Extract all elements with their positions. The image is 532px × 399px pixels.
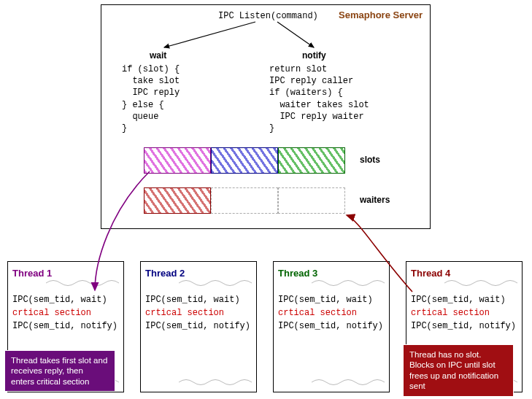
waiter-empty-2 <box>278 187 345 214</box>
thread-2-title: Thread 2 <box>145 268 252 279</box>
thread-3-crit: crtical section <box>278 308 385 318</box>
thread-1-wait: IPC(sem_tid, wait) <box>12 295 119 305</box>
waiters-row <box>144 187 345 214</box>
thread-1-title: Thread 1 <box>12 268 119 279</box>
thread-2-box: Thread 2 IPC(sem_tid, wait) crtical sect… <box>140 261 257 392</box>
thread-1-crit: crtical section <box>12 308 119 318</box>
ipc-listen-label: IPC Listen(command) <box>218 11 318 21</box>
torn-edge-icon <box>179 278 252 288</box>
wait-pseudocode: if (slot) { take slot IPC reply } else {… <box>122 63 180 134</box>
wait-branch-label: wait <box>150 50 166 61</box>
torn-edge-icon <box>312 377 385 387</box>
notify-pseudocode: return slot IPC reply caller if (waiters… <box>269 63 369 134</box>
thread-3-wait: IPC(sem_tid, wait) <box>278 295 385 305</box>
slot-3 <box>278 147 345 174</box>
semaphore-server-box: Semaphore Server IPC Listen(command) wai… <box>101 4 431 229</box>
torn-edge-icon <box>312 278 385 288</box>
waiter-empty-1 <box>211 187 278 214</box>
thread-3-notify: IPC(sem_tid, notify) <box>278 321 385 331</box>
callout-thread1: Thread takes first slot and receives rep… <box>4 350 115 392</box>
thread-4-notify: IPC(sem_tid, notify) <box>411 321 517 331</box>
slots-label: slots <box>360 155 380 165</box>
torn-edge-icon <box>444 278 517 288</box>
thread-3-title: Thread 3 <box>278 268 385 279</box>
thread-4-title: Thread 4 <box>411 268 517 279</box>
notify-branch-label: notify <box>302 50 326 61</box>
server-title: Semaphore Server <box>339 9 423 20</box>
thread-2-wait: IPC(sem_tid, wait) <box>145 295 252 305</box>
waiter-1 <box>144 187 211 214</box>
callout-thread4: Thread has no slot. Blocks on IPC until … <box>403 344 514 397</box>
thread-3-box: Thread 3 IPC(sem_tid, wait) crtical sect… <box>273 261 390 392</box>
thread-1-notify: IPC(sem_tid, notify) <box>12 321 119 331</box>
slots-row <box>144 147 345 174</box>
thread-4-wait: IPC(sem_tid, wait) <box>411 295 517 305</box>
waiters-label: waiters <box>360 195 390 205</box>
thread-4-crit: crtical section <box>411 308 517 318</box>
thread-2-notify: IPC(sem_tid, notify) <box>145 321 252 331</box>
slot-2 <box>211 147 278 174</box>
torn-edge-icon <box>179 377 252 387</box>
thread-2-crit: crtical section <box>145 308 252 318</box>
torn-edge-icon <box>46 278 119 288</box>
slot-1 <box>144 147 211 174</box>
